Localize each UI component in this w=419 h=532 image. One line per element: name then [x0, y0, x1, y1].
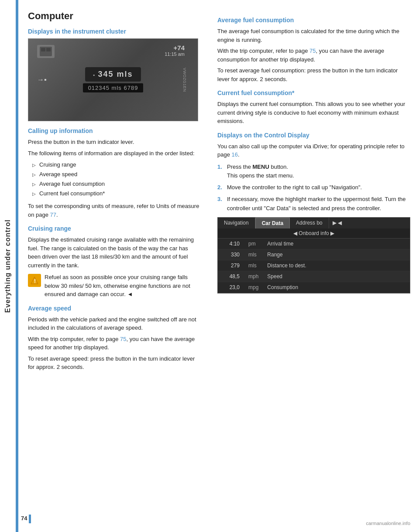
list-item-avg-speed: Average speed	[32, 170, 200, 179]
row1-num: 4:10	[218, 239, 244, 249]
calling-up-para3: To set the corresponding units of measur…	[28, 202, 200, 219]
cluster-display: ▪ 345 mls	[85, 67, 141, 82]
warning-icon: !	[28, 274, 41, 287]
page-title: Computer	[28, 10, 200, 22]
link-page-75-left[interactable]: 75	[120, 336, 126, 342]
step-3: 3. If necessary, move the highlight mark…	[217, 195, 410, 213]
table-row: 4:10 pm Arrival time	[218, 239, 410, 249]
avg-speed-para3: To reset average speed: press the button…	[28, 355, 200, 372]
row2-num: 330	[218, 249, 244, 260]
row3-num: 279	[218, 260, 244, 271]
tab-address-book[interactable]: Address bo	[290, 218, 329, 228]
heading-calling-up: Calling up information	[28, 127, 200, 134]
control-display-subheader: ◀ Onboard info ▶	[218, 228, 410, 239]
watermark: VWOZG1EN	[182, 68, 187, 92]
link-page-77[interactable]: 77	[50, 211, 56, 218]
list-item-current-fuel: Current fuel consumption*	[32, 189, 200, 198]
row4-unit: mph	[244, 271, 263, 282]
page-number-accent	[29, 515, 31, 523]
control-display-para1: You can also call up the computer via iD…	[217, 142, 410, 159]
step-1: 1. Press the MENU button. This opens the…	[217, 163, 410, 181]
heading-instrument-cluster: Displays in the instrument cluster	[28, 28, 200, 35]
row1-label: Arrival time	[263, 239, 410, 249]
table-row: 279 mls Distance to dest.	[218, 260, 410, 271]
cluster-image: +74 11:15 am →▪ ▪ 345 mls 012345 mls 678…	[28, 38, 198, 121]
avg-fuel-para1: The average fuel consumption is calculat…	[217, 27, 410, 44]
row1-unit: pm	[244, 239, 263, 249]
table-row: 330 mls Range	[218, 249, 410, 260]
table-row: 48,5 mph Speed	[218, 271, 410, 282]
step-2: 2. Move the controller to the right to c…	[217, 183, 410, 192]
tab-car-data[interactable]: Car Data	[255, 218, 290, 228]
avg-fuel-para2: With the trip computer, refer to page 75…	[217, 47, 410, 64]
cluster-top-line1: +74	[165, 44, 185, 51]
footer-url: carmanualonline.info	[366, 521, 410, 526]
page-number: 74	[21, 515, 31, 523]
warning-text: Refuel as soon as possible once your cru…	[45, 273, 200, 299]
left-column: Computer Displays in the instrument clus…	[21, 0, 209, 532]
svg-rect-1	[41, 48, 45, 51]
avg-speed-para2: With the trip computer, refer to page 75…	[28, 335, 200, 352]
tab-navigation[interactable]: Navigation	[218, 218, 255, 228]
avg-speed-para1: Periods with the vehicle parked and the …	[28, 315, 200, 332]
tab-more[interactable]: ▶ ◀	[329, 218, 345, 228]
row2-label: Range	[263, 249, 410, 260]
sidebar-accent	[16, 0, 18, 532]
row4-num: 48,5	[218, 271, 244, 282]
row3-label: Distance to dest.	[263, 260, 410, 271]
svg-rect-2	[46, 48, 51, 51]
right-column: Average fuel consumption The average fue…	[209, 0, 419, 532]
steps-list: 1. Press the MENU button. This opens the…	[217, 163, 410, 213]
current-fuel-para1: Displays the current fuel consumption. T…	[217, 100, 410, 126]
row5-num: 23,0	[218, 282, 244, 293]
cluster-inner: +74 11:15 am →▪ ▪ 345 mls 012345 mls 678…	[28, 39, 198, 121]
calling-up-para2: The following items of information are d…	[28, 149, 200, 158]
row4-label: Speed	[263, 271, 410, 282]
row5-unit: mpg	[244, 282, 263, 293]
link-page-75-right[interactable]: 75	[309, 48, 316, 54]
list-item-avg-fuel: Average fuel consumption	[32, 179, 200, 189]
cluster-top-line2: 11:15 am	[165, 51, 185, 57]
avg-fuel-para3: To reset average fuel consumption: press…	[217, 66, 410, 83]
list-item-cruising-range: Cruising range	[32, 160, 200, 170]
cluster-icon	[37, 45, 55, 58]
heading-control-display: Displays on the Control Display	[217, 132, 410, 139]
row5-label: Consumption	[263, 282, 410, 293]
calling-up-para1: Press the button in the turn indicator l…	[28, 138, 200, 147]
info-list: Cruising range Average speed Average fue…	[32, 160, 200, 198]
control-display-table: 4:10 pm Arrival time 330 mls Range 279 m…	[218, 239, 410, 293]
cluster-top: +74 11:15 am	[165, 44, 185, 57]
heading-avg-fuel: Average fuel consumption	[217, 17, 410, 24]
svg-text:!: !	[34, 278, 36, 284]
link-page-16[interactable]: 16	[232, 151, 238, 158]
warning-box: ! Refuel as soon as possible once your c…	[28, 273, 200, 299]
sidebar-label: Everything under control	[0, 0, 16, 532]
heading-current-fuel: Current fuel consumption*	[217, 89, 410, 96]
cruising-range-para1: Displays the estimated cruising range av…	[28, 235, 200, 269]
table-row: 23,0 mpg Consumption	[218, 282, 410, 293]
tab-row: Navigation Car Data Address bo ▶ ◀	[218, 218, 410, 228]
content-wrapper: Computer Displays in the instrument clus…	[21, 0, 419, 532]
row2-unit: mls	[244, 249, 263, 260]
heading-avg-speed: Average speed	[28, 305, 200, 312]
heading-cruising-range: Cruising range	[28, 225, 200, 232]
menu-bold: MENU	[253, 164, 269, 170]
control-display-ui: Navigation Car Data Address bo ▶ ◀ ◀ Onb…	[217, 217, 410, 293]
cluster-odometer: 012345 mls 6789	[83, 83, 144, 92]
row3-unit: mls	[244, 260, 263, 271]
